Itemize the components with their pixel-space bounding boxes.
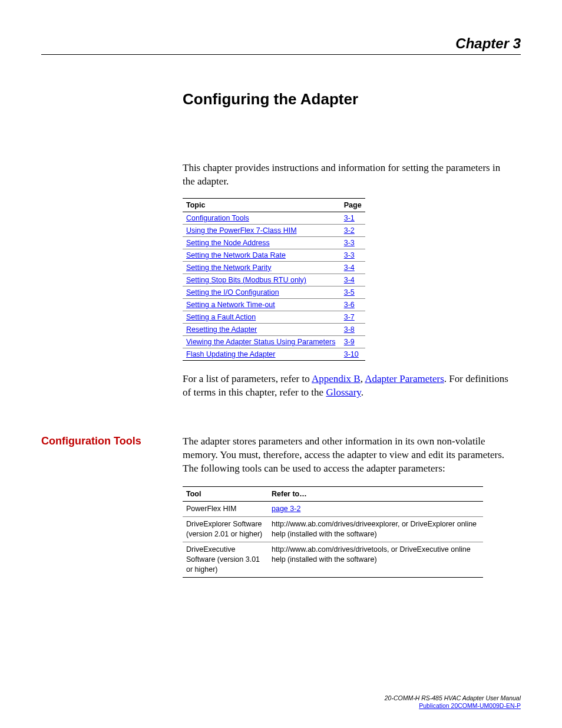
- intro-paragraph: This chapter provides instructions and i…: [183, 162, 501, 189]
- page-link[interactable]: 3-9: [344, 338, 355, 346]
- refer-cell: page 3-2: [268, 502, 483, 517]
- footer-doc-title: 20-COMM-H RS-485 HVAC Adapter User Manua…: [385, 694, 521, 701]
- adapter-parameters-link[interactable]: Adapter Parameters: [365, 373, 444, 384]
- topic-link[interactable]: Flash Updating the Adapter: [186, 350, 276, 358]
- tools-col-refer: Refer to…: [268, 486, 483, 502]
- page-link[interactable]: 3-1: [344, 214, 355, 222]
- topics-col-topic: Topic: [183, 198, 340, 212]
- section-body: The adapter stores parameters and other …: [183, 435, 513, 578]
- page-link[interactable]: 3-3: [344, 239, 355, 247]
- topics-table: Topic Page Configuration Tools3-1Using t…: [183, 198, 365, 361]
- tool-cell: DriveExecutive Software (version 3.01 or…: [183, 542, 268, 578]
- refer-text: http://www.ab.com/drives/drivetools, or …: [272, 545, 471, 564]
- topic-link[interactable]: Setting a Fault Action: [186, 313, 256, 321]
- tool-cell: DriveExplorer Software (version 2.01 or …: [183, 517, 268, 542]
- page-footer: 20-COMM-H RS-485 HVAC Adapter User Manua…: [385, 694, 521, 710]
- tools-table: Tool Refer to… PowerFlex HIMpage 3-2Driv…: [183, 486, 483, 578]
- tool-cell: PowerFlex HIM: [183, 502, 268, 517]
- after-table-paragraph: For a list of parameters, refer to Appen…: [183, 373, 518, 400]
- page-link[interactable]: 3-2: [344, 226, 355, 235]
- table-row: Setting Stop Bits (Modbus RTU only)3-4: [183, 274, 365, 286]
- table-row: Setting a Fault Action3-7: [183, 311, 365, 323]
- topic-link[interactable]: Setting a Network Time-out: [186, 301, 275, 309]
- topic-link[interactable]: Setting the Network Parity: [186, 263, 272, 272]
- refer-link[interactable]: page 3-2: [272, 505, 300, 513]
- table-row: Configuration Tools3-1: [183, 212, 365, 224]
- table-row: DriveExecutive Software (version 3.01 or…: [183, 542, 483, 578]
- topic-link[interactable]: Configuration Tools: [186, 214, 249, 222]
- page-link[interactable]: 3-8: [344, 325, 355, 334]
- text: For a list of parameters, refer to: [183, 373, 312, 384]
- table-row: Setting the Network Data Rate3-3: [183, 249, 365, 261]
- refer-cell: http://www.ab.com/drives/drivetools, or …: [268, 542, 483, 578]
- topics-col-page: Page: [340, 198, 365, 212]
- table-row: Using the PowerFlex 7-Class HIM3-2: [183, 224, 365, 236]
- configuration-tools-section: Configuration Tools The adapter stores p…: [41, 435, 521, 578]
- page-link[interactable]: 3-4: [344, 276, 355, 284]
- page-link[interactable]: 3-3: [344, 251, 355, 259]
- table-row: Setting the Network Parity3-4: [183, 261, 365, 274]
- table-row: Setting a Network Time-out3-6: [183, 298, 365, 311]
- table-row: Setting the Node Address3-3: [183, 236, 365, 249]
- text: .: [361, 387, 363, 398]
- table-row: Viewing the Adapter Status Using Paramet…: [183, 335, 365, 348]
- table-row: Resetting the Adapter3-8: [183, 323, 365, 335]
- glossary-link[interactable]: Glossary: [326, 387, 361, 398]
- section-paragraph: The adapter stores parameters and other …: [183, 435, 513, 476]
- page-link[interactable]: 3-4: [344, 263, 355, 272]
- footer-publication-link[interactable]: Publication 20COMM-UM009D-EN-P: [419, 702, 521, 709]
- section-heading: Configuration Tools: [41, 435, 171, 578]
- topic-link[interactable]: Setting the Network Data Rate: [186, 251, 286, 259]
- appendix-b-link[interactable]: Appendix B: [312, 373, 361, 384]
- table-row: DriveExplorer Software (version 2.01 or …: [183, 517, 483, 542]
- table-row: PowerFlex HIMpage 3-2: [183, 502, 483, 517]
- topic-link[interactable]: Viewing the Adapter Status Using Paramet…: [186, 338, 335, 346]
- page-title: Configuring the Adapter: [183, 90, 521, 108]
- topic-link[interactable]: Setting the Node Address: [186, 239, 270, 247]
- page-link[interactable]: 3-6: [344, 301, 355, 309]
- tools-col-tool: Tool: [183, 486, 268, 502]
- table-row: Setting the I/O Configuration3-5: [183, 286, 365, 298]
- topic-link[interactable]: Resetting the Adapter: [186, 325, 257, 334]
- page-link[interactable]: 3-7: [344, 313, 355, 321]
- refer-text: http://www.ab.com/drives/driveexplorer, …: [272, 520, 477, 538]
- refer-cell: http://www.ab.com/drives/driveexplorer, …: [268, 517, 483, 542]
- topic-link[interactable]: Using the PowerFlex 7-Class HIM: [186, 226, 297, 235]
- chapter-header: Chapter 3: [41, 35, 521, 55]
- topic-link[interactable]: Setting Stop Bits (Modbus RTU only): [186, 276, 306, 284]
- page-link[interactable]: 3-10: [344, 350, 359, 358]
- topic-link[interactable]: Setting the I/O Configuration: [186, 288, 279, 297]
- table-row: Flash Updating the Adapter3-10: [183, 348, 365, 360]
- page-link[interactable]: 3-5: [344, 288, 355, 297]
